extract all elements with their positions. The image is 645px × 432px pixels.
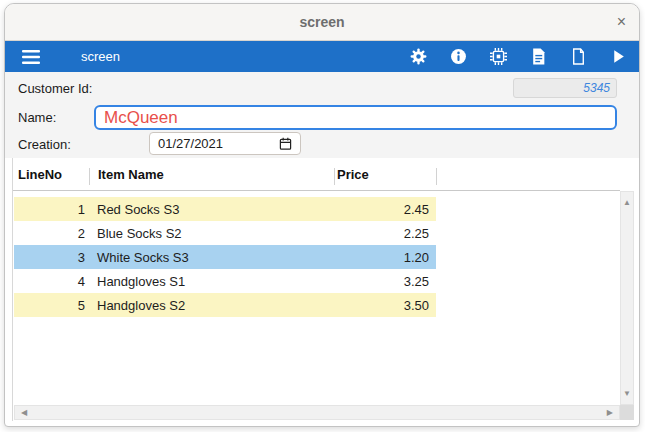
cell-lineno: 1	[14, 202, 85, 217]
name-input[interactable]	[94, 105, 617, 130]
cell-lineno: 5	[14, 298, 85, 313]
cell-price: 2.25	[370, 226, 436, 241]
column-divider	[436, 168, 437, 185]
close-icon[interactable]: ×	[617, 12, 626, 32]
horizontal-scrollbar[interactable]: ◀ ▶	[14, 405, 620, 420]
calendar-icon[interactable]	[279, 137, 292, 150]
cell-itemname: Handgloves S2	[85, 298, 370, 313]
cell-itemname: White Socks S3	[85, 250, 370, 265]
document-new-icon[interactable]	[570, 48, 587, 65]
table-row[interactable]: 4 Handgloves S1 3.25	[14, 269, 436, 293]
items-table: LineNo Item Name Price 1 Red Socks S3 2.…	[12, 158, 633, 421]
info-icon[interactable]	[450, 48, 467, 65]
table-row-selected[interactable]: 3 White Socks S3 1.20	[14, 245, 436, 269]
cell-price: 2.45	[370, 202, 436, 217]
vertical-scrollbar[interactable]: ▲ ▼	[620, 191, 634, 405]
cell-lineno: 4	[14, 274, 85, 289]
settings-gear-icon[interactable]	[410, 48, 427, 65]
creation-label: Creation:	[18, 137, 71, 152]
toolbar-title: screen	[81, 49, 120, 64]
column-header-itemname[interactable]: Item Name	[98, 167, 164, 182]
column-header-lineno[interactable]: LineNo	[18, 167, 62, 182]
debug-chip-icon[interactable]	[490, 48, 507, 65]
toolbar: screen	[5, 41, 639, 72]
scrollbar-corner	[620, 405, 634, 420]
toolbar-actions	[410, 41, 627, 72]
run-play-icon[interactable]	[610, 48, 627, 65]
customer-id-field[interactable]: 5345	[513, 78, 617, 98]
document-text-icon[interactable]	[530, 48, 547, 65]
name-label: Name:	[18, 110, 56, 125]
menu-icon[interactable]	[22, 50, 40, 64]
cell-price: 3.50	[370, 298, 436, 313]
cell-price: 1.20	[370, 250, 436, 265]
scroll-left-icon[interactable]: ◀	[21, 409, 27, 417]
window-title: screen	[5, 14, 639, 30]
table-header: LineNo Item Name Price	[13, 158, 620, 191]
scroll-up-icon[interactable]: ▲	[623, 199, 631, 207]
creation-date-input[interactable]: 01/27/2021	[149, 132, 301, 155]
scroll-down-icon[interactable]: ▼	[623, 390, 631, 398]
scroll-right-icon[interactable]: ▶	[607, 409, 613, 417]
titlebar: screen ×	[5, 4, 639, 41]
table-body: 1 Red Socks S3 2.45 2 Blue Socks S2 2.25…	[14, 197, 436, 317]
cell-price: 3.25	[370, 274, 436, 289]
customer-id-label: Customer Id:	[18, 81, 92, 96]
column-header-price[interactable]: Price	[337, 167, 369, 182]
form-panel: Customer Id: 5345 Name: Creation: 01/27/…	[5, 72, 639, 158]
column-divider	[334, 168, 335, 185]
table-row[interactable]: 2 Blue Socks S2 2.25	[14, 221, 436, 245]
cell-lineno: 3	[14, 250, 85, 265]
table-row[interactable]: 5 Handgloves S2 3.50	[14, 293, 436, 317]
table-row[interactable]: 1 Red Socks S3 2.45	[14, 197, 436, 221]
creation-date-value: 01/27/2021	[158, 136, 279, 151]
app-window: screen × screen	[4, 3, 640, 427]
cell-itemname: Handgloves S1	[85, 274, 370, 289]
cell-lineno: 2	[14, 226, 85, 241]
cell-itemname: Blue Socks S2	[85, 226, 370, 241]
cell-itemname: Red Socks S3	[85, 202, 370, 217]
column-divider	[89, 168, 90, 185]
